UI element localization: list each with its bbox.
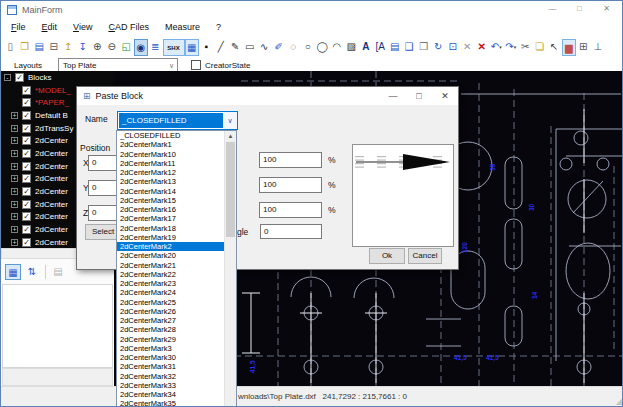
dropdown-item[interactable]: 2dCenterMark34 (117, 390, 225, 399)
ok-button[interactable]: Ok (369, 248, 405, 264)
scrollbar-thumb[interactable] (226, 142, 235, 237)
shx-fonts-icon[interactable]: SHX (163, 39, 185, 56)
menu-measure[interactable]: Measure (157, 21, 208, 36)
dropdown-scrollbar[interactable]: ▲ (224, 131, 236, 407)
zoom-out-icon[interactable]: ⊖ (105, 39, 120, 56)
creatorstate-checkbox[interactable] (191, 60, 201, 70)
tree-expander-icon[interactable]: + (11, 226, 18, 233)
menu-view[interactable]: View (65, 21, 100, 36)
revision-cloud-icon[interactable]: ◌ (286, 39, 301, 56)
dropdown-item[interactable]: 2dCenterMark3 (117, 344, 225, 353)
tree-expander-icon[interactable]: + (11, 150, 18, 157)
tree-checkbox[interactable]: ✓ (22, 111, 31, 120)
block-scale-icon[interactable]: ⊡ (446, 39, 461, 56)
property-grid[interactable] (2, 284, 113, 368)
chart-icon[interactable]: ▆ (562, 39, 577, 56)
dropdown-item[interactable]: 2dCenterMark28 (117, 325, 225, 334)
dropdown-item[interactable]: 2dCenterMark16 (117, 205, 225, 214)
scale-z-input[interactable]: 100 (259, 202, 322, 218)
tree-expander-icon[interactable]: + (11, 137, 18, 144)
angle-input[interactable]: 0 (260, 224, 322, 239)
dropdown-item[interactable]: 2dCenterMark11 (117, 159, 225, 168)
tree-checkbox[interactable]: ✓ (22, 86, 31, 95)
zoom-in-icon[interactable]: ⊕ (90, 39, 105, 56)
tree-checkbox[interactable]: ✓ (22, 238, 31, 247)
maximize-button[interactable]: □ (566, 2, 593, 16)
tree-checkbox[interactable]: ✓ (22, 124, 31, 133)
dropdown-item[interactable]: 2dCenterMark31 (117, 362, 225, 371)
dropdown-item[interactable]: 2dCenterMark33 (117, 381, 225, 390)
block-edit-icon[interactable]: ❐ (417, 39, 432, 56)
import-icon[interactable]: ↧ (76, 39, 91, 56)
tree-expander-icon[interactable]: + (11, 201, 18, 208)
dropdown-item[interactable]: 2dCenterMark32 (117, 372, 225, 381)
dropdown-item[interactable]: 2dCenterMark27 (117, 316, 225, 325)
paste-icon[interactable]: ❏ (533, 39, 548, 56)
scale-y-input[interactable]: 100 (259, 177, 322, 193)
tree-checkbox[interactable]: ✓ (22, 212, 31, 221)
undo-icon[interactable]: ↶▾ (489, 39, 504, 56)
chevron-down-icon[interactable]: ∨ (223, 112, 237, 129)
tree-checkbox[interactable]: ✓ (22, 136, 31, 145)
minimize-button[interactable]: — (539, 2, 566, 16)
tree-expander-icon[interactable]: + (11, 125, 18, 132)
tree-expander-icon[interactable]: + (11, 163, 18, 170)
explode-icon[interactable]: ✕ (460, 39, 475, 56)
zoom-extents-icon[interactable]: ◱ (119, 39, 134, 56)
point-icon[interactable]: ▪ (199, 39, 214, 56)
dropdown-item[interactable]: 2dCenterMark12 (117, 168, 225, 177)
dialog-close-button[interactable]: ✕ (432, 88, 458, 105)
image-attach-icon[interactable]: ▤ (388, 39, 403, 56)
block-insert-icon[interactable]: ❑ (402, 39, 417, 56)
arc-icon[interactable]: ◠ (330, 39, 345, 56)
dropdown-item[interactable]: _CLOSEDFILLED (117, 131, 225, 140)
delete-icon[interactable]: ✕ (475, 39, 490, 56)
dropdown-item[interactable]: 2dCenterMark13 (117, 177, 225, 186)
dropdown-item[interactable]: 2dCenterMark24 (117, 288, 225, 297)
text-icon[interactable]: A (359, 39, 374, 56)
close-button[interactable]: ✕ (593, 2, 620, 16)
tree-checkbox[interactable]: ✓ (22, 187, 31, 196)
tree-expander-icon[interactable]: + (11, 112, 18, 119)
spline-icon[interactable]: ✐ (272, 39, 287, 56)
scroll-up-icon[interactable]: ▲ (225, 131, 236, 142)
dropdown-item[interactable]: 2dCenterMark17 (117, 214, 225, 223)
edit-text-icon[interactable]: [A (373, 39, 388, 56)
tree-checkbox[interactable]: ✓ (22, 162, 31, 171)
tree-checkbox[interactable]: ✓ (15, 73, 24, 82)
dropdown-item[interactable]: 2dCenterMark35 (117, 399, 225, 407)
polyline-icon[interactable]: ∿ (257, 39, 272, 56)
resize-grip-icon[interactable]: ◢ (616, 397, 622, 406)
rectangle-icon[interactable]: ▭ (243, 39, 258, 56)
export-icon[interactable]: ↥ (61, 39, 76, 56)
raster-image-icon[interactable]: ▦ (185, 39, 200, 56)
hatch-icon[interactable]: ▨ (344, 39, 359, 56)
circle-icon[interactable]: ○ (301, 39, 316, 56)
tree-expander-icon[interactable]: + (11, 188, 18, 195)
dropdown-item[interactable]: 2dCenterMark10 (117, 150, 225, 159)
alphabetical-icon[interactable]: ⇅ (24, 264, 40, 280)
pointer-icon[interactable]: ↖ (547, 39, 562, 56)
print-icon[interactable]: ⊟ (47, 39, 62, 56)
dialog-minimize-button[interactable]: — (380, 88, 406, 105)
dropdown-item[interactable]: 2dCenterMark14 (117, 187, 225, 196)
open-icon[interactable]: ❒ (18, 39, 33, 56)
menu-file[interactable]: File (3, 21, 34, 36)
block-rotate-icon[interactable]: ↻ (431, 39, 446, 56)
perpendicular-icon[interactable]: ⊥ (591, 39, 606, 56)
tree-item-blocks[interactable]: - ✓ Blocks (1, 71, 114, 84)
menu-help[interactable]: ? (208, 21, 229, 36)
dropdown-item[interactable]: 2dCenterMark19 (117, 233, 225, 242)
categorized-icon[interactable]: ▦ (5, 264, 21, 280)
tree-checkbox[interactable]: ✓ (22, 149, 31, 158)
dropdown-item[interactable]: 2dCenterMark20 (117, 251, 225, 260)
dropdown-item[interactable]: 2dCenterMark30 (117, 353, 225, 362)
tree-expander-icon[interactable]: + (11, 239, 18, 246)
tree-expander-icon[interactable]: - (4, 74, 11, 81)
cancel-button[interactable]: Cancel (408, 248, 442, 264)
pan-icon[interactable]: ◉ (134, 39, 149, 56)
layers-icon[interactable]: ≣ (148, 39, 163, 56)
dropdown-item[interactable]: 2dCenterMark1 (117, 140, 225, 149)
dialog-maximize-button[interactable]: □ (406, 88, 432, 105)
scale-x-input[interactable]: 100 (259, 152, 322, 168)
